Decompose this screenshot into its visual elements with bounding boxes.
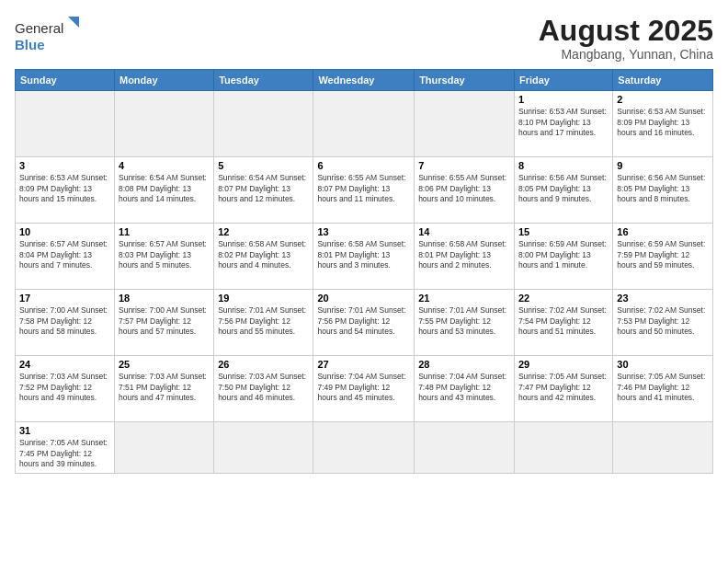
day-info: Sunrise: 6:56 AM Sunset: 8:05 PM Dayligh…: [518, 173, 609, 204]
calendar-cell: [313, 422, 415, 473]
day-number: 7: [418, 160, 510, 171]
calendar-week-row: 3Sunrise: 6:53 AM Sunset: 8:09 PM Daylig…: [16, 157, 713, 224]
day-number: 21: [418, 293, 510, 304]
calendar-cell: 18Sunrise: 7:00 AM Sunset: 7:57 PM Dayli…: [114, 290, 213, 356]
day-number: 20: [317, 293, 410, 304]
day-number: 18: [119, 293, 210, 304]
title-section: August 2025 Mangbang, Yunnan, China: [539, 15, 713, 62]
day-info: Sunrise: 6:53 AM Sunset: 8:09 PM Dayligh…: [617, 107, 709, 138]
day-info: Sunrise: 6:55 AM Sunset: 8:07 PM Dayligh…: [317, 173, 410, 204]
day-number: 9: [617, 160, 709, 171]
day-number: 25: [119, 359, 210, 370]
day-info: Sunrise: 7:03 AM Sunset: 7:51 PM Dayligh…: [119, 372, 210, 403]
svg-text:General: General: [15, 20, 63, 36]
day-number: 16: [617, 226, 709, 237]
day-info: Sunrise: 7:04 AM Sunset: 7:48 PM Dayligh…: [418, 372, 510, 403]
month-year: August 2025: [539, 15, 713, 47]
calendar-cell: 17Sunrise: 7:00 AM Sunset: 7:58 PM Dayli…: [16, 290, 115, 356]
day-number: 5: [218, 160, 309, 171]
day-number: 1: [518, 94, 609, 105]
day-number: 13: [317, 226, 410, 237]
calendar-cell: 31Sunrise: 7:05 AM Sunset: 7:45 PM Dayli…: [16, 422, 115, 473]
day-number: 26: [218, 359, 309, 370]
day-number: 11: [119, 226, 210, 237]
header: General Blue August 2025 Mangbang, Yunna…: [15, 15, 713, 62]
calendar-cell: 10Sunrise: 6:57 AM Sunset: 8:04 PM Dayli…: [16, 224, 115, 290]
calendar: SundayMondayTuesdayWednesdayThursdayFrid…: [15, 69, 713, 473]
calendar-cell: 12Sunrise: 6:58 AM Sunset: 8:02 PM Dayli…: [214, 224, 313, 290]
day-info: Sunrise: 7:04 AM Sunset: 7:49 PM Dayligh…: [317, 372, 410, 403]
calendar-cell: 5Sunrise: 6:54 AM Sunset: 8:07 PM Daylig…: [214, 157, 313, 224]
day-number: 29: [518, 359, 609, 370]
calendar-cell: 23Sunrise: 7:02 AM Sunset: 7:53 PM Dayli…: [613, 290, 713, 356]
day-number: 27: [317, 359, 410, 370]
day-info: Sunrise: 7:05 AM Sunset: 7:45 PM Dayligh…: [19, 438, 110, 469]
calendar-cell: 30Sunrise: 7:05 AM Sunset: 7:46 PM Dayli…: [613, 356, 713, 422]
calendar-header-row: SundayMondayTuesdayWednesdayThursdayFrid…: [16, 70, 713, 91]
day-number: 2: [617, 94, 709, 105]
day-info: Sunrise: 6:58 AM Sunset: 8:02 PM Dayligh…: [218, 239, 309, 270]
location: Mangbang, Yunnan, China: [539, 47, 713, 62]
day-info: Sunrise: 7:03 AM Sunset: 7:52 PM Dayligh…: [19, 372, 110, 403]
day-info: Sunrise: 6:58 AM Sunset: 8:01 PM Dayligh…: [317, 239, 410, 270]
calendar-cell: 27Sunrise: 7:04 AM Sunset: 7:49 PM Dayli…: [313, 356, 415, 422]
calendar-cell: 26Sunrise: 7:03 AM Sunset: 7:50 PM Dayli…: [214, 356, 313, 422]
calendar-cell: 25Sunrise: 7:03 AM Sunset: 7:51 PM Dayli…: [114, 356, 213, 422]
calendar-cell: [613, 422, 713, 473]
day-info: Sunrise: 7:02 AM Sunset: 7:54 PM Dayligh…: [518, 305, 609, 337]
day-info: Sunrise: 6:58 AM Sunset: 8:01 PM Dayligh…: [418, 239, 510, 270]
calendar-cell: 11Sunrise: 6:57 AM Sunset: 8:03 PM Dayli…: [114, 224, 213, 290]
day-info: Sunrise: 6:53 AM Sunset: 8:09 PM Dayligh…: [19, 173, 110, 204]
calendar-header-sunday: Sunday: [16, 70, 115, 91]
day-info: Sunrise: 7:00 AM Sunset: 7:57 PM Dayligh…: [119, 305, 210, 337]
calendar-cell: 7Sunrise: 6:55 AM Sunset: 8:06 PM Daylig…: [415, 157, 515, 224]
calendar-cell: [415, 422, 515, 473]
calendar-cell: [214, 91, 313, 157]
calendar-week-row: 31Sunrise: 7:05 AM Sunset: 7:45 PM Dayli…: [16, 422, 713, 473]
day-number: 14: [418, 226, 510, 237]
day-info: Sunrise: 7:03 AM Sunset: 7:50 PM Dayligh…: [218, 372, 309, 403]
day-info: Sunrise: 7:05 AM Sunset: 7:46 PM Dayligh…: [617, 372, 709, 403]
day-info: Sunrise: 6:57 AM Sunset: 8:03 PM Dayligh…: [119, 239, 210, 270]
calendar-cell: 1Sunrise: 6:53 AM Sunset: 8:10 PM Daylig…: [514, 91, 612, 157]
day-info: Sunrise: 7:02 AM Sunset: 7:53 PM Dayligh…: [617, 305, 709, 337]
day-number: 3: [19, 160, 110, 171]
day-number: 22: [518, 293, 609, 304]
calendar-week-row: 24Sunrise: 7:03 AM Sunset: 7:52 PM Dayli…: [16, 356, 713, 422]
day-info: Sunrise: 7:01 AM Sunset: 7:55 PM Dayligh…: [418, 305, 510, 337]
day-info: Sunrise: 6:54 AM Sunset: 8:07 PM Dayligh…: [218, 173, 309, 204]
calendar-cell: [313, 91, 415, 157]
calendar-header-wednesday: Wednesday: [313, 70, 415, 91]
calendar-cell: 9Sunrise: 6:56 AM Sunset: 8:05 PM Daylig…: [613, 157, 713, 224]
day-info: Sunrise: 7:00 AM Sunset: 7:58 PM Dayligh…: [19, 305, 110, 337]
calendar-cell: 14Sunrise: 6:58 AM Sunset: 8:01 PM Dayli…: [415, 224, 515, 290]
calendar-cell: 4Sunrise: 6:54 AM Sunset: 8:08 PM Daylig…: [114, 157, 213, 224]
day-number: 6: [317, 160, 410, 171]
day-info: Sunrise: 6:59 AM Sunset: 7:59 PM Dayligh…: [617, 239, 709, 270]
day-info: Sunrise: 6:57 AM Sunset: 8:04 PM Dayligh…: [19, 239, 110, 270]
day-number: 19: [218, 293, 309, 304]
calendar-cell: 21Sunrise: 7:01 AM Sunset: 7:55 PM Dayli…: [415, 290, 515, 356]
calendar-week-row: 17Sunrise: 7:00 AM Sunset: 7:58 PM Dayli…: [16, 290, 713, 356]
calendar-header-saturday: Saturday: [613, 70, 713, 91]
calendar-cell: [16, 91, 115, 157]
calendar-header-tuesday: Tuesday: [214, 70, 313, 91]
calendar-header-monday: Monday: [114, 70, 213, 91]
calendar-week-row: 10Sunrise: 6:57 AM Sunset: 8:04 PM Dayli…: [16, 224, 713, 290]
calendar-header-friday: Friday: [514, 70, 612, 91]
calendar-cell: 15Sunrise: 6:59 AM Sunset: 8:00 PM Dayli…: [514, 224, 612, 290]
calendar-cell: [514, 422, 612, 473]
day-number: 17: [19, 293, 110, 304]
calendar-cell: [114, 91, 213, 157]
day-info: Sunrise: 7:01 AM Sunset: 7:56 PM Dayligh…: [317, 305, 410, 337]
day-number: 23: [617, 293, 709, 304]
calendar-cell: 22Sunrise: 7:02 AM Sunset: 7:54 PM Dayli…: [514, 290, 612, 356]
day-info: Sunrise: 6:55 AM Sunset: 8:06 PM Dayligh…: [418, 173, 510, 204]
calendar-cell: [214, 422, 313, 473]
page: General Blue August 2025 Mangbang, Yunna…: [0, 0, 728, 563]
calendar-cell: 3Sunrise: 6:53 AM Sunset: 8:09 PM Daylig…: [16, 157, 115, 224]
calendar-cell: 28Sunrise: 7:04 AM Sunset: 7:48 PM Dayli…: [415, 356, 515, 422]
calendar-header-thursday: Thursday: [415, 70, 515, 91]
calendar-cell: [114, 422, 213, 473]
calendar-cell: 19Sunrise: 7:01 AM Sunset: 7:56 PM Dayli…: [214, 290, 313, 356]
